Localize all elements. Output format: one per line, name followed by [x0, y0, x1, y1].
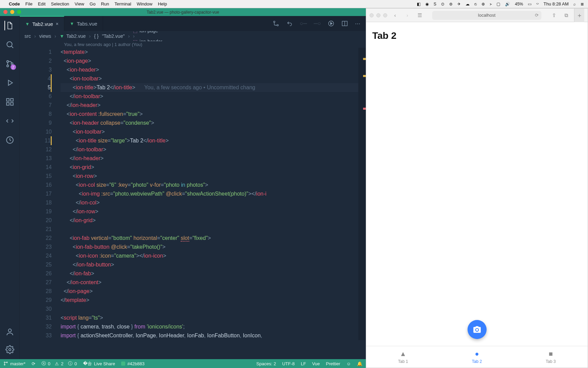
compare-changes-icon[interactable]: [273, 20, 279, 27]
breadcrumb-file[interactable]: ▼Tab2.vue: [60, 33, 86, 39]
url-bar[interactable]: localhost⟳: [432, 11, 541, 20]
split-editor-icon[interactable]: [341, 20, 348, 27]
sync-icon[interactable]: ⟳: [32, 361, 35, 366]
code-line[interactable]: <ion-row>: [61, 172, 366, 181]
breadcrumb-item[interactable]: views: [39, 33, 51, 39]
run-icon[interactable]: [328, 20, 334, 27]
menu-item[interactable]: Terminal: [115, 1, 131, 6]
timeline-icon[interactable]: [5, 135, 15, 145]
tabs-button[interactable]: ⧉: [562, 11, 571, 19]
settings-gear-icon[interactable]: [5, 345, 15, 354]
battery-percent[interactable]: 45%: [515, 2, 523, 6]
code-line[interactable]: </ion-fab>: [61, 269, 366, 278]
encoding[interactable]: UTF-8: [282, 361, 295, 366]
maximize-window-icon[interactable]: [17, 10, 21, 14]
code-line[interactable]: </ion-grid>: [61, 216, 366, 225]
menubar-icon[interactable]: ◉: [425, 2, 429, 6]
breadcrumb-symbol[interactable]: ⬚ion-page: [133, 31, 162, 33]
toolbar-icon[interactable]: ─○: [314, 20, 321, 27]
code-line[interactable]: <ion-fab-button @click="takePhoto()">: [61, 243, 366, 251]
breadcrumb-symbol[interactable]: "Tab2.vue": [102, 33, 125, 39]
menubar-icon[interactable]: ⊙: [441, 2, 444, 6]
search-icon[interactable]: [5, 40, 15, 49]
toolbar-icon[interactable]: ○─: [300, 20, 307, 27]
code-line[interactable]: import { actionSheetController, IonPage,…: [61, 331, 366, 340]
battery-icon[interactable]: ▭: [528, 2, 532, 6]
minimize-window-icon[interactable]: [10, 10, 14, 14]
code-line[interactable]: </ion-page>: [61, 287, 366, 296]
problems[interactable]: ⓧ 0 ⚠ 2 ⓘ 0: [42, 361, 77, 367]
code-line[interactable]: </ion-toolbar>: [61, 92, 366, 101]
git-branch[interactable]: master*: [3, 361, 26, 366]
volume-icon[interactable]: 🔊: [505, 2, 510, 6]
reload-icon[interactable]: ⟳: [535, 13, 539, 18]
go-back-icon[interactable]: [286, 20, 293, 27]
ion-tab[interactable]: ●Tab 2: [440, 346, 514, 368]
close-tab-icon[interactable]: ×: [56, 21, 59, 27]
menubar-icon[interactable]: ✈: [457, 2, 461, 6]
run-debug-icon[interactable]: [5, 78, 15, 88]
code-line[interactable]: </ion-header>: [61, 154, 366, 163]
code-line[interactable]: <ion-title>Tab 2</ion-title> You, a few …: [61, 83, 366, 92]
menu-item[interactable]: Help: [158, 1, 167, 6]
code-line[interactable]: </template>: [61, 296, 366, 305]
clock[interactable]: Thu 8:28 AM: [543, 1, 569, 6]
liveshare-icon[interactable]: [5, 116, 15, 126]
code-line[interactable]: <ion-toolbar>: [61, 74, 366, 83]
code-line[interactable]: <script lang="ts">: [61, 313, 366, 322]
close-window-icon[interactable]: [3, 10, 7, 14]
code-line[interactable]: <ion-content :fullscreen="true">: [61, 110, 366, 119]
new-tab-button[interactable]: ＋: [574, 9, 584, 22]
code-line[interactable]: <ion-page>: [61, 57, 366, 65]
notifications-icon[interactable]: 🔔: [357, 361, 362, 366]
breadcrumb-item[interactable]: src: [24, 33, 31, 39]
menubar-icon[interactable]: ⎋: [474, 2, 477, 6]
language-mode[interactable]: Vue: [312, 361, 320, 366]
code-line[interactable]: <ion-grid>: [61, 163, 366, 172]
share-button[interactable]: ⇪: [550, 11, 558, 19]
code-line[interactable]: <ion-toolbar>: [61, 127, 366, 136]
codelens-author[interactable]: You, a few seconds ago | 1 author (You): [20, 41, 366, 48]
editor-tab[interactable]: ▼Tabs.vue: [64, 16, 103, 31]
prettier-status[interactable]: Prettier: [326, 361, 340, 366]
code-line[interactable]: import { camera, trash, close } from 'io…: [61, 322, 366, 331]
code-line[interactable]: [61, 225, 366, 234]
menu-item[interactable]: Window: [137, 1, 152, 6]
code-line[interactable]: <ion-title size="large">Tab 2</ion-title…: [61, 136, 366, 145]
indentation[interactable]: Spaces: 2: [256, 361, 276, 366]
bluetooth-icon[interactable]: ᚛: [490, 2, 492, 6]
color-hash[interactable]: #42b883: [121, 361, 145, 366]
feedback-icon[interactable]: ☺: [346, 361, 351, 366]
extensions-icon[interactable]: [5, 97, 15, 107]
breadcrumb-symbol[interactable]: { }: [94, 33, 98, 39]
code-line[interactable]: </ion-row>: [61, 207, 366, 216]
code-line[interactable]: </ion-toolbar>: [61, 145, 366, 154]
menubar-icon[interactable]: ◧: [417, 2, 421, 6]
airplay-icon[interactable]: ▢: [496, 2, 500, 6]
ion-tab[interactable]: ■Tab 3: [514, 346, 588, 368]
window-traffic-lights[interactable]: [370, 13, 387, 17]
code-line[interactable]: <template>: [61, 48, 366, 57]
menu-item[interactable]: Go: [89, 1, 95, 6]
menu-item[interactable]: Run: [101, 1, 109, 6]
code-line[interactable]: <ion-icon :icon="camera"></ion-icon>: [61, 251, 366, 260]
eol[interactable]: LF: [301, 361, 306, 366]
editor-tab[interactable]: ▼Tab2.vue×: [20, 16, 64, 31]
wifi-icon[interactable]: ⌔: [536, 2, 539, 6]
control-center-icon[interactable]: ≣: [581, 2, 584, 6]
menubar-icon[interactable]: ⊚: [449, 2, 453, 6]
code-line[interactable]: [61, 305, 366, 313]
explorer-icon[interactable]: [4, 21, 14, 30]
menubar-icon[interactable]: ⊕: [481, 2, 485, 6]
liveshare-status[interactable]: �송 Live Share: [83, 361, 115, 367]
menu-item[interactable]: View: [75, 1, 84, 6]
accounts-icon[interactable]: [5, 327, 15, 337]
code-line[interactable]: </ion-fab-button>: [61, 260, 366, 269]
code-editor[interactable]: 1234567891011121314151617181920212223242…: [20, 48, 366, 340]
menu-item[interactable]: File: [26, 1, 33, 6]
menu-item[interactable]: Selection: [51, 1, 69, 6]
spotlight-icon[interactable]: ⌕: [573, 2, 576, 6]
menubar-icon[interactable]: ☁: [466, 2, 470, 6]
code-line[interactable]: <ion-header>: [61, 65, 366, 74]
code-line[interactable]: <ion-img :src="photo.webviewPath" @click…: [61, 189, 366, 198]
